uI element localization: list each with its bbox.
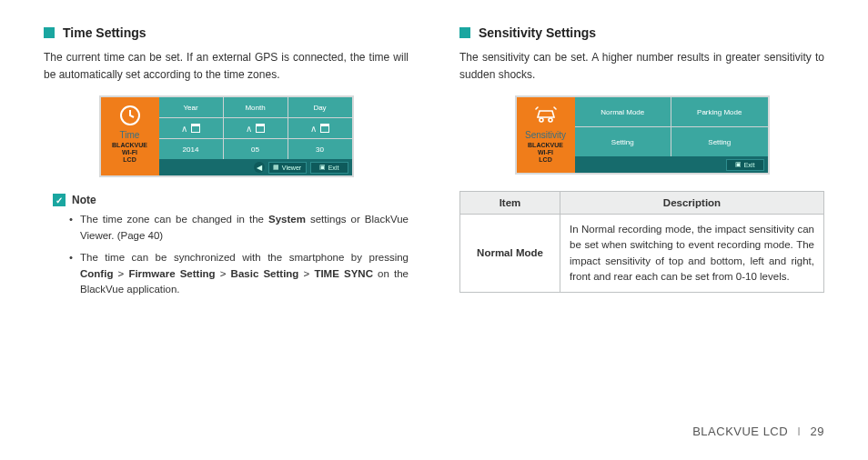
note-list: The time zone can be changed in the Syst… bbox=[44, 212, 409, 298]
screenshot-side-label: Time bbox=[120, 130, 140, 140]
footer-product: BLACKVUE LCD bbox=[692, 425, 788, 438]
note-item: The time zone can be changed in the Syst… bbox=[69, 212, 409, 245]
note-heading: ✓ Note bbox=[53, 194, 409, 206]
cell-setting-1: Setting bbox=[575, 127, 671, 156]
val-day: ∧ bbox=[288, 118, 352, 138]
car-icon bbox=[534, 105, 558, 125]
col-header-month: Month bbox=[224, 97, 288, 117]
col-header-year: Year bbox=[159, 97, 223, 117]
section-title: Sensitivity Settings bbox=[479, 25, 596, 40]
sensitivity-table: Item Description Normal Mode In Normal r… bbox=[459, 191, 824, 293]
section-marker-icon bbox=[44, 27, 55, 38]
month-value: 05 bbox=[224, 139, 288, 159]
section-body: The current time can be set. If an exter… bbox=[44, 49, 409, 83]
cell-setting-2: Setting bbox=[671, 127, 768, 156]
sensitivity-settings-screenshot: Sensitivity BLACKVUE WI-FI LCD Normal Mo… bbox=[515, 95, 770, 175]
th-description: Description bbox=[560, 192, 824, 215]
screenshot-footer: ◀ ▦ Viewer ▣ Exit bbox=[159, 159, 352, 175]
time-settings-screenshot: Time BLACKVUE WI-FI LCD Year Month Day ∧… bbox=[99, 95, 354, 177]
clock-icon bbox=[119, 105, 141, 126]
day-value: 30 bbox=[288, 139, 352, 159]
td-item: Normal Mode bbox=[460, 215, 560, 293]
val-month: ∧ bbox=[224, 118, 288, 138]
cell-parking-mode: Parking Mode bbox=[671, 97, 768, 126]
exit-button: ▣ Exit bbox=[310, 162, 348, 174]
table-row: Normal Mode In Normal recording mode, th… bbox=[460, 215, 824, 293]
col-header-day: Day bbox=[288, 97, 352, 117]
time-settings-section: Time Settings The current time can be se… bbox=[44, 25, 409, 304]
screenshot-brand: BLACKVUE WI-FI LCD bbox=[112, 142, 147, 163]
check-icon: ✓ bbox=[53, 194, 66, 206]
sensitivity-grid: Normal Mode Parking Mode Setting Setting bbox=[575, 97, 768, 156]
section-marker-icon bbox=[459, 27, 470, 38]
screenshot-sidebar: Time BLACKVUE WI-FI LCD bbox=[101, 97, 159, 175]
screenshot-brand: BLACKVUE WI-FI LCD bbox=[528, 142, 563, 163]
year-value: 2014 bbox=[159, 139, 223, 159]
calendar-icon bbox=[191, 124, 200, 133]
svg-point-2 bbox=[549, 118, 552, 122]
calendar-icon bbox=[256, 124, 265, 133]
note-label: Note bbox=[72, 194, 96, 206]
note-item: The time can be synchronized with the sm… bbox=[69, 250, 409, 298]
section-body: The sensitivity can be set. A higher num… bbox=[459, 49, 824, 83]
th-item: Item bbox=[460, 192, 560, 215]
viewer-button: ▦ Viewer bbox=[268, 162, 307, 174]
calendar-icon bbox=[320, 124, 329, 133]
footer-page-number: 29 bbox=[811, 425, 824, 438]
time-picker-grid: Year Month Day ∧ ∧ ∧ 2014 05 30 bbox=[159, 97, 352, 159]
val-year: ∧ bbox=[159, 118, 223, 138]
sensitivity-settings-section: Sensitivity Settings The sensitivity can… bbox=[459, 25, 824, 304]
svg-point-1 bbox=[540, 118, 543, 122]
section-title: Time Settings bbox=[63, 25, 146, 40]
cell-normal-mode: Normal Mode bbox=[575, 97, 671, 126]
screenshot-sidebar: Sensitivity BLACKVUE WI-FI LCD bbox=[517, 97, 575, 173]
screenshot-side-label: Sensitivity bbox=[525, 130, 566, 140]
page-footer: BLACKVUE LCD I 29 bbox=[692, 425, 824, 438]
td-description: In Normal recording mode, the impact sen… bbox=[560, 215, 824, 293]
screenshot-footer: ▣ Exit bbox=[575, 156, 768, 173]
back-icon: ◀ bbox=[254, 162, 265, 173]
exit-button: ▣ Exit bbox=[726, 159, 764, 171]
